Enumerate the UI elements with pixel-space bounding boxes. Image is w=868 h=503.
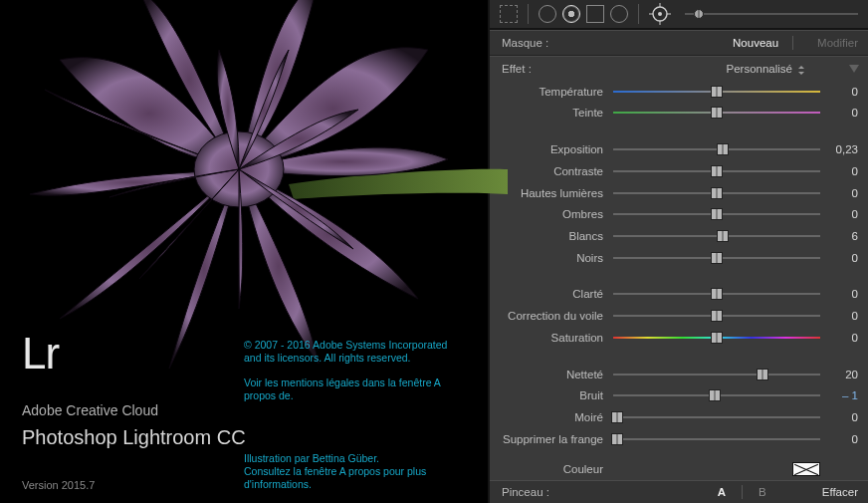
clarity-value[interactable]: 0: [826, 288, 858, 300]
clarity-row: Clarté 0: [490, 284, 868, 306]
moire-slider[interactable]: [613, 410, 820, 424]
legal-text: Voir les mentions légales dans la fenêtr…: [244, 377, 463, 402]
exposure-label: Exposition: [496, 143, 607, 155]
blacks-label: Noirs: [496, 252, 607, 264]
effect-row: Effet : Personnalisé: [490, 56, 868, 81]
saturation-slider[interactable]: [613, 331, 820, 345]
defringe-label: Supprimer la frange: [496, 433, 607, 445]
flower-illustration: [0, 0, 508, 388]
saturation-value[interactable]: 0: [826, 332, 858, 344]
copyright-text: © 2007 - 2016 Adobe Systems Incorporated…: [244, 339, 463, 365]
blacks-value[interactable]: 0: [826, 252, 858, 264]
mask-header: Masque : Nouveau Modifier: [490, 30, 868, 55]
mask-label: Masque :: [502, 37, 548, 49]
tint-slider[interactable]: [613, 106, 820, 120]
local-adjust-toolbar: [490, 0, 868, 30]
contrast-label: Contraste: [496, 165, 607, 177]
effect-preset-dropdown[interactable]: Personnalisé: [727, 63, 804, 75]
whites-row: Blancs 6: [490, 225, 868, 247]
tint-row: Teinte 0: [490, 103, 868, 125]
moire-value[interactable]: 0: [826, 411, 858, 423]
highlights-label: Hautes lumières: [496, 187, 607, 199]
brush-label: Pinceau :: [502, 486, 549, 498]
adjustment-panel: Masque : Nouveau Modifier Effet : Person…: [488, 0, 868, 503]
app-logo: Lr: [22, 329, 59, 378]
sharpness-label: Netteté: [496, 369, 607, 380]
blacks-row: Noirs 0: [490, 247, 868, 269]
noise-label: Bruit: [496, 389, 607, 401]
temperature-label: Température: [496, 86, 607, 98]
contrast-row: Contraste 0: [490, 160, 868, 182]
sharpness-value[interactable]: 20: [826, 369, 858, 380]
rect-tool-icon[interactable]: [586, 5, 604, 23]
highlights-row: Hautes lumières 0: [490, 182, 868, 204]
shadows-label: Ombres: [496, 208, 607, 220]
sharpness-row: Netteté 20: [490, 364, 868, 385]
temperature-slider[interactable]: [613, 85, 820, 99]
noise-value[interactable]: – 1: [826, 389, 858, 401]
svg-point-0: [194, 131, 284, 207]
dehaze-value[interactable]: 0: [826, 310, 858, 322]
splash-screen: Lr Adobe Creative Cloud Photoshop Lightr…: [0, 0, 488, 503]
defringe-row: Supprimer la frange 0: [490, 428, 868, 450]
contrast-slider[interactable]: [613, 164, 820, 178]
whites-label: Blancs: [496, 230, 607, 242]
moire-label: Moiré: [496, 411, 607, 423]
temperature-value[interactable]: 0: [826, 86, 858, 98]
whites-slider[interactable]: [613, 229, 820, 243]
exposure-value[interactable]: 0,23: [826, 143, 858, 155]
product-name: Photoshop Lightroom CC: [22, 426, 246, 449]
color-swatch[interactable]: [792, 462, 820, 476]
illustration-credit: Illustration par Bettina Güber. Consulte…: [244, 452, 473, 491]
tint-label: Teinte: [496, 107, 607, 119]
svg-point-2: [658, 12, 662, 16]
version-label: Version 2015.7: [22, 479, 95, 491]
shadows-value[interactable]: 0: [826, 208, 858, 220]
defringe-slider[interactable]: [613, 432, 820, 446]
highlights-slider[interactable]: [613, 186, 820, 200]
exposure-slider[interactable]: [613, 142, 820, 156]
exposure-row: Exposition 0,23: [490, 138, 868, 160]
noise-row: Bruit – 1: [490, 384, 868, 406]
brush-erase-button[interactable]: Effacer: [822, 486, 858, 498]
defringe-value[interactable]: 0: [826, 433, 858, 445]
ellipse-tool-icon[interactable]: [610, 5, 628, 23]
dehaze-label: Correction du voile: [496, 310, 607, 322]
brush-tool-icon[interactable]: [649, 3, 671, 25]
blacks-slider[interactable]: [613, 251, 820, 265]
brush-size-slider[interactable]: [685, 13, 858, 15]
radial-tool-icon[interactable]: [539, 5, 556, 23]
color-label: Couleur: [496, 463, 607, 475]
contrast-value[interactable]: 0: [826, 165, 858, 177]
saturation-row: Saturation 0: [490, 327, 868, 349]
color-row: Couleur: [490, 458, 868, 480]
noise-slider[interactable]: [613, 388, 820, 402]
dehaze-row: Correction du voile 0: [490, 305, 868, 327]
shadows-slider[interactable]: [613, 207, 820, 221]
effect-label: Effet :: [502, 63, 532, 75]
radial-filled-tool-icon[interactable]: [562, 5, 580, 23]
brush-b-button[interactable]: B: [755, 486, 770, 498]
dehaze-slider[interactable]: [613, 309, 820, 323]
mask-modify-button[interactable]: Modifier: [817, 37, 858, 49]
crop-tool-icon[interactable]: [500, 5, 518, 23]
clarity-slider[interactable]: [613, 287, 820, 301]
clarity-label: Clarté: [496, 288, 607, 300]
brush-a-button[interactable]: A: [714, 486, 730, 498]
moire-row: Moiré 0: [490, 406, 868, 428]
temperature-row: Température 0: [490, 81, 868, 103]
highlights-value[interactable]: 0: [826, 187, 858, 199]
effect-collapse-toggle[interactable]: [849, 65, 859, 73]
saturation-label: Saturation: [496, 332, 607, 344]
whites-value[interactable]: 6: [826, 230, 858, 242]
shadows-row: Ombres 0: [490, 203, 868, 225]
tint-value[interactable]: 0: [826, 107, 858, 119]
creative-cloud-label: Adobe Creative Cloud: [22, 402, 158, 418]
brush-header: Pinceau : A B Effacer: [490, 480, 868, 503]
sharpness-slider[interactable]: [613, 368, 820, 381]
mask-new-button[interactable]: Nouveau: [733, 37, 778, 49]
